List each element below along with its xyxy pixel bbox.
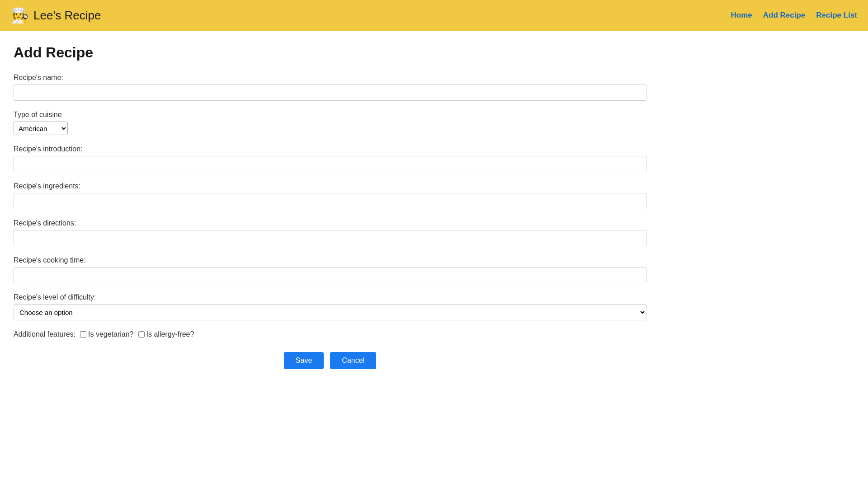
nav-recipe-list[interactable]: Recipe List bbox=[816, 11, 857, 20]
difficulty-select[interactable]: Choose an option Easy Medium Hard bbox=[14, 304, 646, 320]
allergy-checkbox[interactable] bbox=[138, 331, 145, 338]
ingredients-input[interactable] bbox=[14, 193, 646, 209]
recipe-name-label: Recipe's name: bbox=[14, 74, 646, 82]
additional-features-row: Additional features: Is vegetarian? Is a… bbox=[14, 330, 646, 338]
cooking-time-group: Recipe's cooking time: bbox=[14, 256, 646, 283]
vegetarian-text: Is vegetarian? bbox=[88, 330, 134, 338]
nav-home[interactable]: Home bbox=[731, 11, 752, 20]
ingredients-label: Recipe's ingredients: bbox=[14, 182, 646, 190]
brand-title: Lee's Recipe bbox=[33, 9, 101, 23]
cuisine-group: Type of cuisine American Italian Mexican… bbox=[14, 111, 646, 135]
additional-features-group: Additional features: Is vegetarian? Is a… bbox=[14, 330, 646, 338]
save-button[interactable]: Save bbox=[284, 352, 324, 369]
cuisine-label: Type of cuisine bbox=[14, 111, 646, 119]
introduction-group: Recipe's introduction: bbox=[14, 145, 646, 172]
add-recipe-form: Recipe's name: Type of cuisine American … bbox=[14, 74, 646, 369]
main-nav: Home Add Recipe Recipe List bbox=[731, 11, 857, 20]
recipe-name-group: Recipe's name: bbox=[14, 74, 646, 101]
brand-link[interactable]: 🧑‍🍳 Lee's Recipe bbox=[11, 7, 101, 24]
difficulty-group: Recipe's level of difficulty: Choose an … bbox=[14, 293, 646, 320]
difficulty-label: Recipe's level of difficulty: bbox=[14, 293, 646, 301]
header: 🧑‍🍳 Lee's Recipe Home Add Recipe Recipe … bbox=[0, 0, 868, 31]
directions-label: Recipe's directions: bbox=[14, 219, 646, 227]
recipe-name-input[interactable] bbox=[14, 84, 646, 101]
vegetarian-checkbox[interactable] bbox=[80, 331, 86, 338]
nav-add-recipe[interactable]: Add Recipe bbox=[763, 11, 806, 20]
directions-group: Recipe's directions: bbox=[14, 219, 646, 246]
additional-features-label: Additional features: bbox=[14, 330, 75, 338]
cuisine-select[interactable]: American Italian Mexican Chinese Japanes… bbox=[14, 122, 68, 135]
form-buttons: Save Cancel bbox=[14, 352, 646, 369]
cooking-time-label: Recipe's cooking time: bbox=[14, 256, 646, 264]
introduction-label: Recipe's introduction: bbox=[14, 145, 646, 153]
introduction-input[interactable] bbox=[14, 156, 646, 172]
allergy-label[interactable]: Is allergy-free? bbox=[138, 330, 194, 338]
chef-hat-icon: 🧑‍🍳 bbox=[11, 7, 29, 24]
ingredients-group: Recipe's ingredients: bbox=[14, 182, 646, 209]
directions-input[interactable] bbox=[14, 230, 646, 246]
cancel-button[interactable]: Cancel bbox=[330, 352, 376, 369]
main-content: Add Recipe Recipe's name: Type of cuisin… bbox=[0, 31, 660, 387]
allergy-text: Is allergy-free? bbox=[146, 330, 194, 338]
cooking-time-input[interactable] bbox=[14, 267, 646, 283]
vegetarian-label[interactable]: Is vegetarian? bbox=[80, 330, 134, 338]
page-title: Add Recipe bbox=[14, 44, 646, 61]
